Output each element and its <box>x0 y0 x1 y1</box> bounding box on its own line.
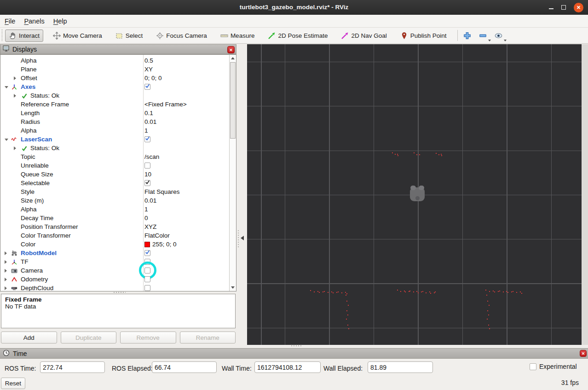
row-value <box>144 275 150 284</box>
menu-help[interactable]: Help <box>53 17 67 25</box>
tool-2d-pose-estimate[interactable]: 2D Pose Estimate <box>264 29 331 42</box>
scroll-down-icon[interactable] <box>230 284 236 291</box>
tree-row-alpha[interactable]: Alpha1 <box>0 126 236 135</box>
tool-measure[interactable]: Measure <box>217 29 259 42</box>
tree-row-size-m[interactable]: Size (m)0.01 <box>0 196 236 205</box>
menu-panels[interactable]: Panels <box>24 17 44 25</box>
time-panel-splitter-handle[interactable] <box>291 345 301 346</box>
tree-row-status-ok[interactable]: Status: Ok <box>0 144 236 152</box>
tree-row-laserscan[interactable]: LaserScan <box>0 135 236 144</box>
expand-arrow-icon[interactable] <box>5 260 7 264</box>
time-close-icon[interactable]: ✕ <box>580 350 587 357</box>
tree-row-topic[interactable]: Topic/scan <box>0 152 236 161</box>
tool-zoom-in[interactable] <box>463 31 472 40</box>
displays-tree[interactable]: Alpha0.5PlaneXYOffset0; 0; 0AxesStatus: … <box>0 54 236 291</box>
collapse-arrow-icon[interactable] <box>5 86 8 88</box>
tree-row-alpha[interactable]: Alpha0.5 <box>0 56 236 65</box>
color-swatch[interactable] <box>144 242 150 247</box>
maximize-icon[interactable] <box>561 5 566 10</box>
wall-time-input[interactable] <box>254 361 321 373</box>
camera-checkbox[interactable] <box>144 268 150 274</box>
axes-checkbox[interactable] <box>144 84 150 90</box>
tf-checkbox[interactable] <box>144 259 150 265</box>
add-button[interactable]: Add <box>1 332 57 343</box>
tree-row-position-transformer[interactable]: Position TransformerXYZ <box>0 222 236 231</box>
expand-arrow-icon[interactable] <box>14 146 16 150</box>
expand-arrow-icon[interactable] <box>5 286 7 290</box>
tree-row-axes[interactable]: Axes <box>0 82 236 91</box>
robot-icon <box>11 250 17 256</box>
tree-row-tf[interactable]: TF <box>0 257 236 266</box>
tree-row-status-ok[interactable]: Status: Ok <box>0 91 236 100</box>
ros-elapsed-input[interactable] <box>152 361 217 373</box>
reset-button[interactable]: Reset <box>1 378 25 389</box>
tree-row-radius[interactable]: Radius0.01 <box>0 117 236 126</box>
laser-scan-point <box>331 291 332 292</box>
tool-visibility[interactable] <box>494 31 503 40</box>
tree-splitter-handle[interactable] <box>114 292 126 293</box>
laser-scan-point <box>441 154 442 155</box>
tree-row-reference-frame[interactable]: Reference Frame<Fixed Frame> <box>0 100 236 109</box>
expand-arrow-icon[interactable] <box>14 76 16 80</box>
tool-focus-camera[interactable]: Focus Camera <box>152 29 211 42</box>
displays-panel-header[interactable]: Displays ✕ <box>0 44 236 54</box>
tree-row-color-transformer[interactable]: Color TransformerFlatColor <box>0 231 236 240</box>
row-label: Position Transformer <box>21 222 78 231</box>
robotmodel-checkbox[interactable] <box>144 250 150 256</box>
tool-select[interactable]: Select <box>112 29 147 42</box>
odometry-checkbox[interactable] <box>144 276 150 282</box>
minimize-icon[interactable] <box>549 8 553 9</box>
tree-scrollbar[interactable] <box>229 55 236 291</box>
tool-label: 2D Pose Estimate <box>278 32 328 39</box>
dropdown-caret-icon[interactable] <box>504 40 507 41</box>
collapse-arrow-icon[interactable] <box>5 139 8 141</box>
depthcloud-checkbox[interactable] <box>144 285 150 291</box>
toolbar-drag-handle[interactable] <box>1 29 3 41</box>
dropdown-caret-icon[interactable] <box>488 40 491 41</box>
menu-file[interactable]: File <box>5 17 15 25</box>
tree-row-unreliable[interactable]: Unreliable <box>0 161 236 170</box>
expand-arrow-icon[interactable] <box>5 278 7 281</box>
tree-row-plane[interactable]: PlaneXY <box>0 65 236 74</box>
unreliable-checkbox[interactable] <box>144 163 150 169</box>
tree-row-style[interactable]: StyleFlat Squares <box>0 187 236 196</box>
laser-scan-point <box>397 290 398 291</box>
depthcloud-icon <box>11 285 17 291</box>
experimental-checkbox[interactable] <box>530 363 536 370</box>
titlebar[interactable]: turtlebot3_gazebo_model.rviz* - RViz ✕ <box>0 0 588 15</box>
tool-2d-nav-goal[interactable]: 2D Nav Goal <box>337 29 390 42</box>
tree-row-odometry[interactable]: Odometry <box>0 275 236 284</box>
time-panel-header[interactable]: Time ✕ <box>0 348 588 359</box>
fixed-frame-status-message: No TF data <box>5 303 231 310</box>
viewport-3d[interactable] <box>247 44 582 345</box>
expand-arrow-icon[interactable] <box>14 94 16 98</box>
tree-row-decay-time[interactable]: Decay Time0 <box>0 214 236 222</box>
expand-arrow-icon[interactable] <box>5 251 7 255</box>
tree-row-queue-size[interactable]: Queue Size10 <box>0 170 236 179</box>
splitter-handle-dots[interactable] <box>238 230 239 249</box>
tree-row-length[interactable]: Length0.1 <box>0 109 236 117</box>
tree-row-offset[interactable]: Offset0; 0; 0 <box>0 74 236 82</box>
close-icon[interactable]: ✕ <box>574 3 583 12</box>
scroll-up-icon[interactable] <box>230 55 236 62</box>
panel-splitter[interactable] <box>236 44 247 345</box>
tree-row-alpha[interactable]: Alpha1 <box>0 205 236 214</box>
tree-row-selectable[interactable]: Selectable <box>0 179 236 187</box>
ros-time-input[interactable] <box>40 361 105 373</box>
tree-row-depthcloud[interactable]: DepthCloud <box>0 284 236 291</box>
tree-row-camera[interactable]: Camera <box>0 266 236 275</box>
tool-zoom-out[interactable] <box>478 31 487 40</box>
laser-scan-point <box>348 328 349 329</box>
tree-row-robotmodel[interactable]: RobotModel <box>0 249 236 257</box>
tool-interact[interactable]: Interact <box>5 29 43 42</box>
tool-publish-point[interactable]: Publish Point <box>397 29 450 42</box>
collapse-panel-arrow-icon[interactable] <box>241 236 244 240</box>
selectable-checkbox[interactable] <box>144 180 150 186</box>
displays-close-icon[interactable]: ✕ <box>227 46 235 53</box>
tree-row-color[interactable]: Color255; 0; 0 <box>0 240 236 249</box>
scrollbar-thumb[interactable] <box>230 62 236 139</box>
tool-move-camera[interactable]: Move Camera <box>49 29 106 42</box>
wall-elapsed-input[interactable] <box>368 361 433 373</box>
laserscan-checkbox[interactable] <box>144 136 150 142</box>
expand-arrow-icon[interactable] <box>5 269 7 273</box>
